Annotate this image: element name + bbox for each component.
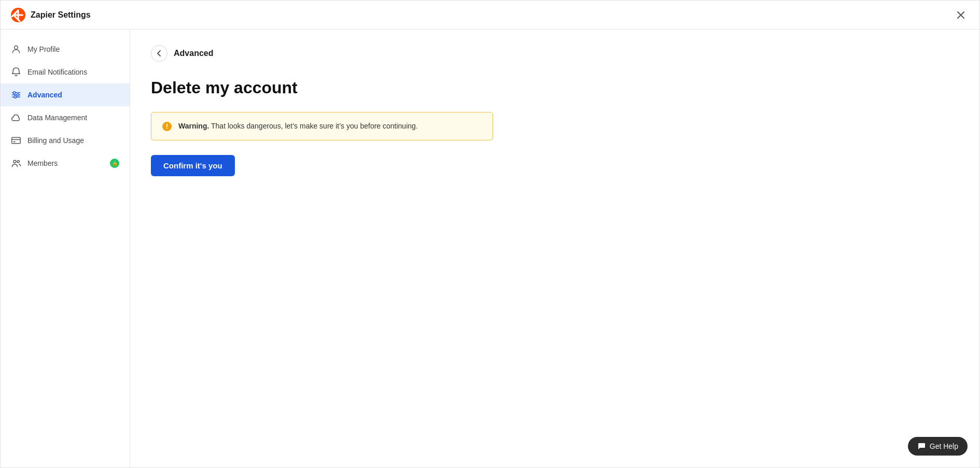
section-title: Delete my account — [151, 78, 959, 97]
topbar-title: Zapier Settings — [31, 10, 91, 20]
main-layout: My Profile Email Notifications — [1, 30, 979, 467]
sidebar: My Profile Email Notifications — [1, 30, 130, 467]
get-help-label: Get Help — [930, 442, 958, 450]
sliders-icon — [11, 90, 21, 100]
sidebar-item-billing[interactable]: Billing and Usage — [1, 129, 130, 152]
members-badge: 🔒 — [110, 159, 119, 168]
credit-card-icon — [11, 135, 21, 146]
back-button[interactable] — [151, 45, 167, 62]
sidebar-label-data-management: Data Management — [27, 114, 87, 122]
svg-point-15 — [13, 160, 16, 163]
content-area: Advanced Delete my account Warning. That… — [130, 30, 979, 467]
svg-point-18 — [166, 128, 167, 129]
people-icon — [11, 158, 21, 168]
person-icon — [11, 44, 21, 54]
page-header: Advanced — [151, 45, 959, 62]
sidebar-label-my-profile: My Profile — [27, 45, 60, 53]
bell-icon — [11, 67, 21, 77]
get-help-button[interactable]: Get Help — [908, 437, 968, 456]
sidebar-item-email-notifications[interactable]: Email Notifications — [1, 61, 130, 83]
svg-point-11 — [14, 96, 16, 98]
close-button[interactable] — [953, 7, 969, 23]
topbar-left: Zapier Settings — [11, 8, 91, 22]
sidebar-item-my-profile[interactable]: My Profile — [1, 38, 130, 61]
sidebar-item-data-management[interactable]: Data Management — [1, 106, 130, 129]
close-icon — [956, 10, 966, 20]
warning-bold: Warning. — [178, 122, 209, 130]
svg-point-10 — [17, 94, 19, 96]
svg-point-16 — [17, 161, 19, 163]
chat-icon — [917, 442, 926, 450]
warning-box: Warning. That looks dangerous, let’s mak… — [151, 112, 493, 140]
confirm-button[interactable]: Confirm it's you — [151, 155, 235, 176]
sidebar-item-advanced[interactable]: Advanced — [1, 83, 130, 106]
warning-message: That looks dangerous, let’s make sure it… — [209, 122, 417, 130]
sidebar-label-email-notifications: Email Notifications — [27, 68, 87, 76]
svg-rect-12 — [12, 137, 21, 144]
sidebar-label-billing: Billing and Usage — [27, 136, 84, 145]
svg-point-9 — [13, 92, 16, 94]
warning-text: Warning. That looks dangerous, let’s mak… — [178, 121, 418, 132]
svg-point-5 — [15, 46, 18, 49]
sidebar-label-advanced: Advanced — [27, 91, 62, 99]
sidebar-label-members: Members — [27, 159, 58, 167]
cloud-icon — [11, 112, 21, 123]
zapier-logo-icon — [11, 8, 25, 22]
topbar: Zapier Settings — [1, 1, 979, 30]
back-arrow-icon — [156, 50, 163, 57]
lock-icon: 🔒 — [110, 159, 119, 168]
page-header-title: Advanced — [174, 49, 213, 58]
sidebar-item-members[interactable]: Members 🔒 — [1, 152, 130, 175]
warning-icon — [162, 121, 172, 132]
